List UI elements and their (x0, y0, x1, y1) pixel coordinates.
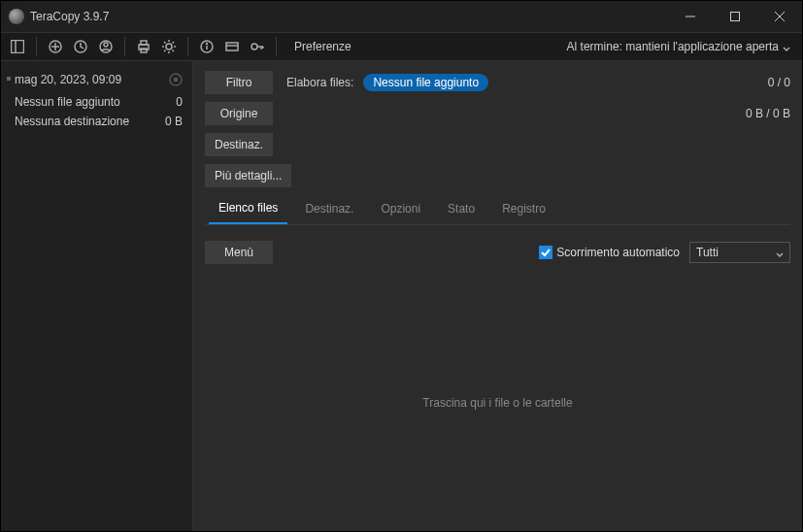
drop-area[interactable]: Trascina qui i file o le cartelle (193, 274, 802, 531)
panel-toggle-icon[interactable] (7, 36, 28, 57)
key-icon[interactable] (247, 36, 268, 57)
autoscroll-checkbox[interactable]: Scorrimento automatico (539, 246, 680, 259)
toolbar-separator (36, 37, 37, 56)
main-layout: mag 20, 2023, 09:09 Nessun file aggiunto… (1, 61, 802, 531)
destination-button[interactable]: Destinaz. (205, 133, 273, 156)
svg-point-29 (251, 44, 257, 50)
sidebar: mag 20, 2023, 09:09 Nessun file aggiunto… (1, 61, 193, 531)
autoscroll-label: Scorrimento automatico (556, 246, 680, 259)
chevron-down-icon (783, 43, 790, 50)
file-count: 0 / 0 (768, 76, 790, 89)
add-icon[interactable] (45, 36, 66, 57)
settings-icon[interactable] (158, 36, 180, 57)
toolbar-separator (276, 37, 277, 56)
user-icon[interactable] (95, 36, 117, 57)
job-entry[interactable]: mag 20, 2023, 09:09 (1, 67, 192, 92)
svg-line-22 (173, 42, 175, 44)
window-icon[interactable] (221, 36, 243, 57)
origin-button[interactable]: Origine (205, 102, 273, 125)
toolbar: Preferenze Al termine: mantieni l'applic… (1, 32, 802, 61)
job-marker-icon (7, 77, 11, 81)
job-files-value: 0 (176, 95, 183, 109)
toolbar-separator (124, 37, 125, 56)
minimize-button[interactable] (668, 1, 713, 32)
svg-rect-14 (141, 49, 147, 52)
job-dest-row: Nessuna destinazione 0 B (1, 112, 192, 131)
svg-point-26 (207, 44, 208, 45)
no-file-pill[interactable]: Nessun file aggiunto (363, 74, 488, 91)
svg-rect-27 (226, 43, 238, 50)
job-files-row: Nessun file aggiunto 0 (1, 92, 192, 112)
chevron-down-icon (776, 249, 784, 256)
tab-log[interactable]: Registro (492, 194, 555, 223)
close-button[interactable] (757, 1, 802, 32)
preferences-link[interactable]: Preferenze (294, 40, 351, 53)
svg-line-23 (164, 50, 166, 52)
drop-hint: Trascina qui i file o le cartelle (422, 396, 572, 410)
history-icon[interactable] (70, 36, 91, 57)
job-status-icon (169, 73, 183, 86)
filter-select[interactable]: Tutti (689, 242, 790, 263)
svg-rect-13 (141, 41, 147, 45)
title-bar: TeraCopy 3.9.7 (1, 1, 802, 32)
filter-select-value: Tutti (696, 246, 719, 259)
tab-options[interactable]: Opzioni (371, 194, 430, 223)
svg-rect-1 (731, 13, 740, 21)
checkbox-checked-icon (539, 246, 552, 259)
info-icon[interactable] (196, 36, 217, 57)
process-label: Elabora files: (286, 76, 353, 89)
main-panel: Filtro Elabora files: Nessun file aggiun… (193, 61, 802, 531)
app-logo-icon (9, 9, 24, 24)
svg-line-21 (173, 50, 175, 52)
job-timestamp: mag 20, 2023, 09:09 (15, 73, 121, 86)
menu-button[interactable]: Menù (205, 241, 273, 264)
on-finish-label: Al termine: mantieni l'applicazione aper… (567, 40, 779, 53)
tabs: Elenco files Destinaz. Opzioni Stato Reg… (205, 193, 790, 225)
toolbar-separator (187, 37, 188, 56)
tab-file-list[interactable]: Elenco files (209, 193, 287, 224)
list-subbar: Menù Scorrimento automatico Tutti (193, 231, 802, 274)
filter-button[interactable]: Filtro (205, 71, 273, 94)
job-dest-label: Nessuna destinazione (15, 115, 129, 128)
job-dest-value: 0 B (165, 115, 183, 128)
tab-destination[interactable]: Destinaz. (295, 194, 363, 223)
print-icon[interactable] (133, 36, 154, 57)
size-ratio: 0 B / 0 B (746, 107, 790, 120)
app-title: TeraCopy 3.9.7 (30, 10, 109, 23)
on-finish-dropdown[interactable]: Al termine: mantieni l'applicazione aper… (567, 40, 796, 53)
svg-line-20 (164, 42, 166, 44)
maximize-button[interactable] (713, 1, 757, 32)
svg-point-15 (166, 44, 172, 50)
svg-rect-4 (12, 41, 24, 53)
svg-rect-34 (174, 78, 178, 82)
job-files-label: Nessun file aggiunto (15, 95, 120, 109)
tab-status[interactable]: Stato (438, 194, 485, 223)
more-details-button[interactable]: Più dettagli... (205, 164, 291, 187)
svg-point-11 (104, 43, 108, 47)
